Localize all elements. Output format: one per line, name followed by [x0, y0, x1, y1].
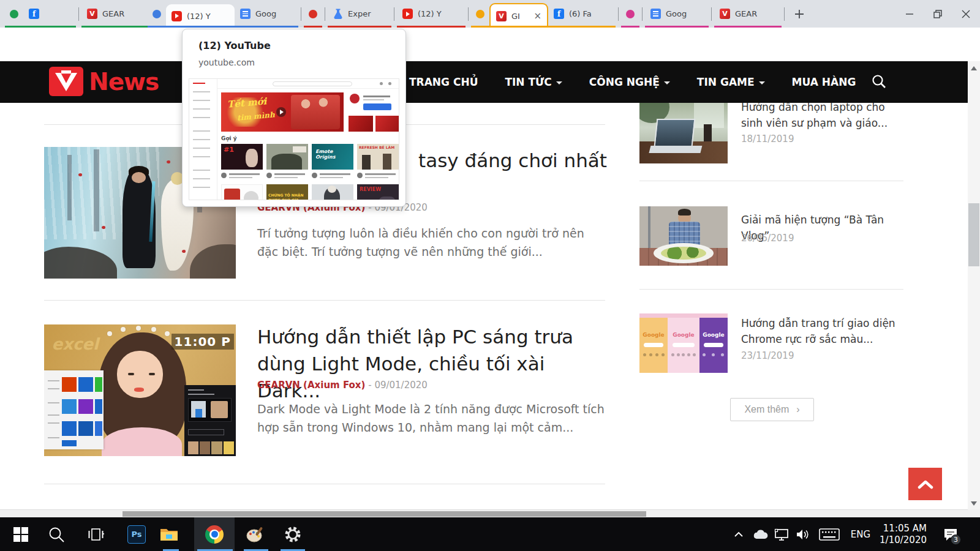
sidebar-article-3-title[interactable]: Hướng dẫn trang trí giao diện Chrome rực…	[741, 315, 900, 347]
window-controls	[895, 0, 980, 28]
cloud-icon	[752, 529, 768, 540]
tab-group-dot-blue[interactable]	[148, 0, 166, 28]
chrome-icon	[205, 525, 224, 544]
tab-divider	[322, 0, 328, 28]
tab-gi[interactable]: VGI×	[489, 3, 548, 28]
tab-divider	[76, 0, 81, 28]
tab--6-fa[interactable]: f(6) Fa	[548, 0, 616, 28]
sidebar-article-1-image[interactable]	[639, 98, 728, 163]
taskbar-clock[interactable]: 11:05 AM 1/10/2020	[874, 517, 927, 551]
file-explorer-button[interactable]	[154, 517, 184, 551]
tab-group-dot-red[interactable]	[304, 0, 322, 28]
tab-hover-card: (12) YouTube youtube.com Tết mới tim mìn…	[182, 29, 406, 207]
docs-icon	[650, 9, 661, 19]
new-tab-button[interactable]	[787, 0, 812, 28]
screen: fVGEAR(12) YGoogExper(12) YVGI×f(6) FaGo…	[0, 0, 980, 551]
sidebar-article-1-date: 18/11/2019	[741, 133, 794, 144]
window-close-button[interactable]	[952, 0, 980, 28]
hover-card-preview: Tết mới tim mình Gợi ý #1 Emote Origins …	[189, 78, 399, 200]
sidebar-article-1-title[interactable]: Hướng dẫn chọn laptop cho sinh viên sư p…	[741, 99, 900, 131]
vertical-scrollbar[interactable]	[968, 61, 980, 509]
speaker-icon	[796, 528, 810, 541]
tab-goog[interactable]: Goog	[235, 0, 298, 28]
chevron-up-icon	[918, 479, 933, 489]
tab-exper[interactable]: Exper	[328, 0, 391, 28]
notification-center-button[interactable]: 3	[937, 517, 964, 551]
browser-toolbar: Không bảo mật Ga	[0, 28, 980, 61]
tab--12-y[interactable]: (12) Y	[166, 4, 235, 28]
network-tray-icon[interactable]	[771, 517, 793, 551]
scrollbar-corner	[968, 509, 980, 517]
window-minimize-button[interactable]	[895, 0, 924, 28]
youtube-icon	[402, 9, 413, 19]
scroll-to-top-button[interactable]	[908, 468, 942, 500]
site-logo[interactable]: News	[49, 67, 159, 96]
horizontal-scrollbar[interactable]	[0, 509, 968, 517]
volume-tray-icon[interactable]	[793, 517, 813, 551]
scrollbar-up-arrow[interactable]	[971, 66, 977, 70]
vertical-scrollbar-thumb[interactable]	[968, 203, 979, 266]
tab--12-y[interactable]: (12) Y	[397, 0, 466, 28]
article-2-title[interactable]: Hướng dẫn thiết lập PC sáng trưa dùng Li…	[257, 323, 609, 404]
nav-tin-tuc[interactable]: TIN TỨC	[505, 76, 562, 88]
facebook-icon: f	[29, 9, 39, 19]
browser-tab-bar: fVGEAR(12) YGoogExper(12) YVGI×f(6) FaGo…	[0, 0, 980, 28]
tab-close-icon[interactable]: ×	[530, 10, 541, 21]
onedrive-tray-icon[interactable]	[750, 517, 771, 551]
tab-group-dot-magenta[interactable]	[621, 0, 639, 28]
tray-expand-button[interactable]	[729, 517, 748, 551]
wallpaper-clock: 11:00 P	[172, 334, 234, 350]
docs-icon	[240, 9, 251, 19]
language-indicator[interactable]: ENG	[846, 517, 875, 551]
gearvn-icon: V	[720, 9, 730, 19]
photoshop-button[interactable]: Ps	[122, 517, 151, 551]
suggested-label: Gợi ý	[221, 135, 237, 141]
sidebar-article-2-image[interactable]	[639, 206, 728, 266]
touch-keyboard-tray-icon[interactable]	[815, 517, 844, 551]
gearvn-icon: V	[496, 11, 507, 21]
tab-divider	[639, 0, 645, 28]
scrollbar-down-arrow[interactable]	[971, 501, 977, 506]
nav-tin-game[interactable]: TIN GAME	[697, 76, 765, 88]
article-1-title[interactable]: tasy đáng chơi nhất	[418, 147, 607, 174]
article-author[interactable]: GEARVN (Axium Fox)	[257, 380, 365, 391]
keyboard-icon	[819, 528, 840, 541]
site-header: News TRANG CHỦ TIN TỨC CÔNG NGHỆ TIN GAM…	[0, 61, 968, 103]
tab-divider	[709, 0, 714, 28]
task-view-button[interactable]	[81, 517, 111, 551]
chevron-down-icon	[664, 81, 670, 84]
tab-facebook-icon[interactable]: f	[23, 0, 76, 28]
load-more-button[interactable]: Xem thêm›	[730, 398, 814, 421]
tab-group-dot-yellow[interactable]	[471, 0, 489, 28]
start-menu-mock	[44, 370, 104, 449]
nav-cong-nghe[interactable]: CÔNG NGHỆ	[589, 76, 670, 88]
divider	[639, 289, 903, 290]
settings-button[interactable]	[278, 517, 307, 551]
chrome-button[interactable]	[194, 517, 235, 551]
nav-trang-chu[interactable]: TRANG CHỦ	[409, 76, 478, 88]
sidebar-article-3-image[interactable]: Google Google Google	[639, 313, 728, 373]
horizontal-scrollbar-thumb[interactable]	[123, 511, 646, 517]
article-2-meta: GEARVN (Axium Fox) - 09/01/2020	[257, 380, 428, 391]
article-2-image[interactable]: excel 11:00 P	[44, 324, 236, 456]
tray-date: 1/10/2020	[880, 534, 927, 546]
tab-group-dot-green[interactable]	[5, 0, 23, 28]
chevron-down-icon	[556, 81, 562, 84]
site-search-icon[interactable]	[871, 73, 887, 89]
taskbar-search-button[interactable]	[42, 517, 71, 551]
tab-gear[interactable]: VGEAR	[81, 0, 148, 28]
chevron-right-icon: ›	[796, 404, 799, 415]
paint-button[interactable]	[240, 517, 270, 551]
start-button[interactable]	[6, 517, 36, 551]
window-restore-button[interactable]	[924, 0, 952, 28]
tab-gear[interactable]: VGEAR	[714, 0, 782, 28]
nav-mua-hang[interactable]: MUA HÀNG	[792, 76, 856, 88]
restore-icon	[933, 10, 942, 18]
tab-goog[interactable]: Goog	[645, 0, 709, 28]
tab-strip-items: fVGEAR(12) YGoogExper(12) YVGI×f(6) FaGo…	[0, 0, 812, 28]
divider	[44, 484, 605, 484]
article-date: 09/01/2020	[374, 380, 427, 391]
tab-divider	[298, 0, 304, 28]
tab-divider	[616, 0, 621, 28]
divider	[639, 181, 903, 181]
